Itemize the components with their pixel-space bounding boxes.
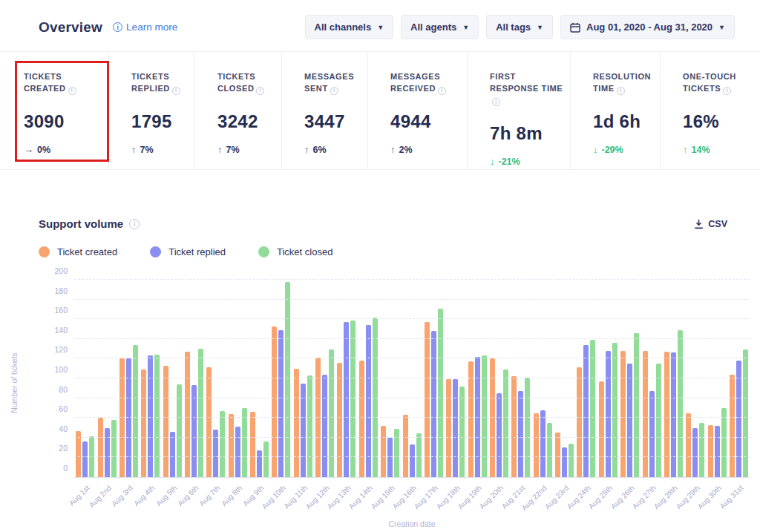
chart-bar-ticket-replied[interactable] [322, 375, 327, 477]
chart-bar-ticket-replied[interactable] [606, 351, 611, 477]
chart-bar-ticket-closed[interactable] [154, 355, 160, 477]
chart-bar-ticket-created[interactable] [76, 431, 81, 478]
chart-bar-ticket-closed[interactable] [329, 349, 334, 477]
chart-bar-ticket-closed[interactable] [634, 333, 639, 477]
chart-bar-ticket-created[interactable] [98, 418, 103, 477]
chart-bar-ticket-created[interactable] [250, 412, 255, 477]
chart-bar-ticket-replied[interactable] [453, 379, 458, 477]
info-icon: i [330, 87, 338, 95]
chart-bar-ticket-created[interactable] [229, 414, 234, 477]
chart-bar-ticket-closed[interactable] [547, 423, 552, 477]
chart-bar-ticket-created[interactable] [141, 370, 146, 477]
chart-bar-ticket-closed[interactable] [242, 408, 247, 477]
chart-bar-ticket-replied[interactable] [540, 410, 546, 477]
chart-bar-ticket-replied[interactable] [692, 428, 698, 478]
legend-label: Ticket created [57, 246, 117, 257]
legend-item-ticket-replied[interactable]: Ticket replied [150, 246, 226, 257]
kpi-label: One-touch ticketsi [683, 71, 754, 95]
legend-item-ticket-created[interactable]: Ticket created [39, 246, 117, 257]
chart-bar-ticket-closed[interactable] [656, 364, 661, 477]
chart-bar-ticket-created[interactable] [490, 358, 495, 477]
chart-bar-ticket-created[interactable] [294, 369, 299, 477]
chart-bar-ticket-closed[interactable] [743, 349, 748, 477]
legend-item-ticket-closed[interactable]: Ticket closed [258, 246, 332, 257]
chart-bar-ticket-replied[interactable] [649, 391, 655, 477]
chart-bar-ticket-created[interactable] [425, 322, 430, 477]
chart-bar-ticket-closed[interactable] [721, 408, 727, 477]
date-range-dropdown[interactable]: Aug 01, 2020 - Aug 31, 2020 ▼ [560, 15, 735, 39]
chart-bar-ticket-replied[interactable] [410, 444, 415, 477]
chart-bar-ticket-closed[interactable] [678, 330, 683, 477]
chart-bar-ticket-closed[interactable] [416, 433, 422, 477]
chart-bar-ticket-replied[interactable] [105, 428, 110, 478]
chart-bar-ticket-created[interactable] [206, 367, 212, 477]
chart-bar-ticket-closed[interactable] [394, 429, 399, 477]
tags-filter-dropdown[interactable]: All tags ▼ [486, 15, 553, 39]
chart-bar-ticket-replied[interactable] [715, 426, 720, 477]
chart-bar-ticket-created[interactable] [534, 413, 539, 477]
chart-bar-ticket-closed[interactable] [459, 387, 465, 477]
chart-bar-ticket-replied[interactable] [518, 391, 523, 477]
chart-bar-ticket-created[interactable] [686, 413, 691, 477]
chart-bar-ticket-closed[interactable] [198, 349, 203, 477]
chart-bar-ticket-replied[interactable] [627, 364, 632, 477]
chart-bar-ticket-closed[interactable] [220, 411, 225, 477]
csv-download-button[interactable]: CSV [694, 219, 727, 229]
chart-bar-ticket-replied[interactable] [366, 325, 371, 477]
y-tick-label: 200 [54, 266, 68, 275]
chart-bar-ticket-created[interactable] [403, 415, 408, 477]
chart-bar-ticket-created[interactable] [163, 366, 168, 477]
chart-bar-ticket-created[interactable] [577, 367, 582, 477]
chart-bar-ticket-closed[interactable] [699, 423, 704, 477]
chart-bar-ticket-created[interactable] [468, 361, 474, 477]
chart-bar-ticket-closed[interactable] [569, 444, 574, 477]
chart-bar-ticket-replied[interactable] [170, 432, 175, 477]
chart-bar-ticket-replied[interactable] [257, 450, 262, 477]
chart-bar-ticket-replied[interactable] [431, 331, 436, 477]
chart-bar-ticket-replied[interactable] [562, 447, 567, 477]
chart-bar-ticket-replied[interactable] [82, 441, 88, 477]
chart-bar-ticket-replied[interactable] [497, 393, 502, 477]
chart-bar-ticket-closed[interactable] [111, 420, 117, 477]
chart-bar-ticket-replied[interactable] [235, 427, 240, 477]
chart-bar-ticket-created[interactable] [620, 351, 626, 477]
chart-bar-ticket-closed[interactable] [177, 384, 182, 477]
chart-bar-ticket-closed[interactable] [307, 375, 312, 477]
chevron-down-icon: ▼ [377, 24, 384, 31]
agents-filter-dropdown[interactable]: All agents ▼ [401, 15, 479, 39]
chart-bar-ticket-replied[interactable] [278, 330, 284, 477]
learn-more-link[interactable]: i Learn more [113, 22, 177, 33]
chart-bar-ticket-created[interactable] [555, 433, 560, 477]
chart-bar-ticket-created[interactable] [337, 363, 342, 477]
chart-bar-ticket-replied[interactable] [344, 322, 349, 477]
chart-bar-ticket-created[interactable] [185, 352, 190, 477]
chart-bar-ticket-created[interactable] [708, 425, 713, 477]
chart-bar-ticket-replied[interactable] [126, 358, 131, 477]
chart-bar-ticket-closed[interactable] [482, 355, 487, 477]
kpi-label: Messages senti [304, 71, 361, 95]
chart-bar-ticket-replied[interactable] [191, 385, 197, 477]
bar-group-aug-5th [161, 280, 183, 477]
chart-bar-ticket-created[interactable] [664, 352, 669, 477]
chart-bar-ticket-created[interactable] [511, 376, 517, 477]
chart-bar-ticket-closed[interactable] [438, 309, 443, 477]
kpi-label: Tickets createdi [24, 71, 102, 95]
chart-bar-ticket-created[interactable] [446, 379, 451, 477]
chart-bar-ticket-closed[interactable] [350, 321, 356, 477]
chart-bar-ticket-closed[interactable] [285, 282, 290, 477]
chart-bar-ticket-created[interactable] [119, 358, 125, 477]
chart-bar-ticket-closed[interactable] [503, 370, 508, 477]
y-tick-label: 40 [59, 424, 68, 433]
chart-bar-ticket-replied[interactable] [387, 438, 393, 477]
chart-bar-ticket-closed[interactable] [263, 441, 269, 477]
kpi-card-one-touch-tickets: One-touch ticketsi16%↑14% [660, 52, 760, 169]
chart-bar-ticket-closed[interactable] [525, 378, 530, 477]
chart-bar-ticket-created[interactable] [730, 375, 735, 477]
chart-bar-ticket-created[interactable] [272, 326, 277, 477]
chart-bar-ticket-created[interactable] [381, 426, 386, 477]
chart-bar-ticket-replied[interactable] [148, 355, 153, 477]
chart-bar-ticket-replied[interactable] [671, 352, 676, 477]
channels-filter-dropdown[interactable]: All channels ▼ [305, 15, 394, 39]
chart-bar-ticket-created[interactable] [643, 351, 648, 477]
chart-bar-ticket-created[interactable] [599, 381, 604, 477]
